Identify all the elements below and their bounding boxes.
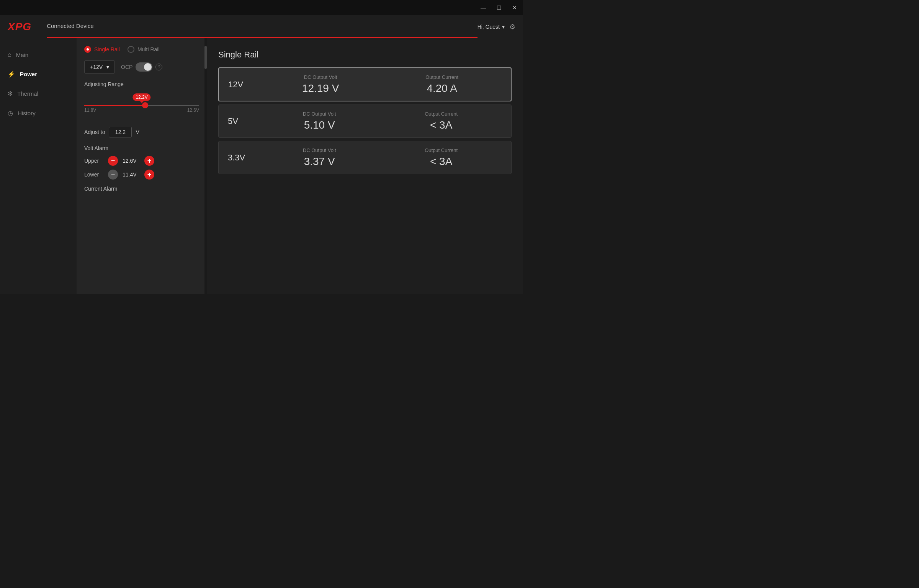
header: XPG Connected Device Hi, Guest ▾ ⚙ [0,15,523,38]
upper-plus-button[interactable]: + [144,156,154,166]
nav-title: Connected Device [47,15,477,38]
card-5v-readings: DC Output Volt 5.10 V Output Current < 3… [258,111,502,131]
window-controls: — ☐ ✕ [477,3,520,12]
main-layout: ⌂ Main ⚡ Power ✻ Thermal ◷ History Singl… [0,38,523,294]
title-bar: — ☐ ✕ [0,0,523,15]
right-panel: Single Rail 12V DC Output Volt 12.19 V O… [207,38,523,294]
single-rail-option[interactable]: Single Rail [84,46,120,53]
sidebar-item-thermal[interactable]: ✻ Thermal [0,85,77,103]
card-3v3-readings: DC Output Volt 3.37 V Output Current < 3… [258,147,502,168]
upper-value: 12.6V [123,158,140,164]
upper-label: Upper [84,158,103,164]
ocp-switch[interactable] [136,62,152,72]
card-5v-current: Output Current < 3A [425,111,458,131]
lower-minus-button[interactable]: − [108,170,118,180]
sidebar-item-main[interactable]: ⌂ Main [0,46,77,64]
slider-tooltip: 12.2V [132,93,150,101]
multi-rail-label: Multi Rail [137,46,160,52]
power-icon: ⚡ [8,70,15,78]
ocp-help-icon[interactable]: ? [155,64,162,70]
thermal-icon: ✻ [8,90,13,97]
sidebar-item-label-main: Main [16,52,29,58]
card-3v3-dc-volt-value: 3.37 V [304,155,335,168]
voltage-card-3v3: 3.3V DC Output Volt 3.37 V Output Curren… [218,141,512,174]
card-12v-readings: DC Output Volt 12.19 V Output Current 4.… [259,74,502,95]
adjust-to-label: Adjust to [84,129,105,135]
adjust-to-unit: V [136,129,139,135]
card-3v3-current-value: < 3A [430,155,452,168]
content-panel: Single Rail Multi Rail +12V ▾ OCP ? [77,38,207,294]
card-5v-current-title: Output Current [425,111,458,117]
slider-fill [84,105,145,106]
voltage-dropdown[interactable]: +12V ▾ [84,60,115,74]
current-alarm-title: Current Alarm [84,186,199,192]
home-icon: ⌂ [8,51,11,58]
sidebar-item-label-thermal: Thermal [17,90,38,97]
card-12v-label: 12V [228,80,259,90]
volt-alarm-title: Volt Alarm [84,145,199,151]
multi-rail-radio[interactable] [128,46,134,53]
card-3v3-current-title: Output Current [425,147,458,153]
card-5v-dc-volt-value: 5.10 V [304,119,335,131]
card-5v-dc-volt: DC Output Volt 5.10 V [303,111,336,131]
logo-text: XPG [8,21,31,33]
card-5v-dc-volt-title: DC Output Volt [303,111,336,117]
scrollbar-thumb[interactable] [204,46,207,69]
lower-label: Lower [84,172,103,178]
card-12v-dc-volt-title: DC Output Volt [304,74,337,80]
voltage-card-5v: 5V DC Output Volt 5.10 V Output Current … [218,105,512,138]
card-3v3-current: Output Current < 3A [425,147,458,168]
history-icon: ◷ [8,109,13,117]
slider-min-label: 11.8V [84,108,96,113]
single-rail-label: Single Rail [94,46,120,52]
panel-title: Single Rail [218,50,512,60]
ocp-label: OCP [121,64,132,70]
lower-plus-button[interactable]: + [144,170,154,180]
current-alarm-section: Current Alarm [84,186,199,192]
card-5v-current-value: < 3A [430,119,452,131]
slider-labels: 11.8V 12.6V [84,108,199,113]
scrollbar-track[interactable] [204,38,207,294]
user-label[interactable]: Hi, Guest ▾ [477,24,505,30]
volt-alarm-section: Volt Alarm Upper − 12.6V + Lower − 11.4V… [84,145,199,180]
slider-max-label: 12.6V [187,108,199,113]
card-12v-dc-volt-value: 12.19 V [302,82,339,95]
sidebar: ⌂ Main ⚡ Power ✻ Thermal ◷ History [0,38,77,294]
card-12v-current-value: 4.20 A [427,82,457,95]
card-3v3-dc-volt: DC Output Volt 3.37 V [303,147,336,168]
card-12v-current-title: Output Current [425,74,458,80]
card-5v-label: 5V [228,116,258,126]
single-rail-radio[interactable] [84,46,91,53]
adjusting-range-title: Adjusting Range [84,81,199,87]
header-right: Hi, Guest ▾ ⚙ [477,23,515,31]
slider-container: 12.2V 11.8V 12.6V [84,93,199,121]
user-name: Hi, Guest [477,24,500,30]
dropdown-value: +12V [90,64,103,70]
rail-toggle: Single Rail Multi Rail [84,46,199,53]
card-12v-current: Output Current 4.20 A [425,74,458,95]
sidebar-item-label-history: History [18,110,36,116]
card-12v-dc-volt: DC Output Volt 12.19 V [302,74,339,95]
adjust-to-row: Adjust to V [84,127,199,137]
minimize-button[interactable]: — [477,3,489,12]
multi-rail-option[interactable]: Multi Rail [128,46,160,53]
upper-minus-button[interactable]: − [108,156,118,166]
card-3v3-label: 3.3V [228,153,258,163]
sidebar-item-label-power: Power [20,71,37,77]
voltage-cards: 12V DC Output Volt 12.19 V Output Curren… [218,67,512,174]
adjust-to-input[interactable] [109,127,132,137]
logo: XPG [8,21,31,33]
slider-track[interactable] [84,105,199,106]
adjusting-range-section: Adjusting Range 12.2V 11.8V 12.6V [84,81,199,121]
sidebar-item-history[interactable]: ◷ History [0,104,77,122]
user-dropdown-arrow[interactable]: ▾ [502,24,505,30]
volt-alarm-upper-row: Upper − 12.6V + [84,156,199,166]
close-button[interactable]: ✕ [509,3,520,12]
maximize-button[interactable]: ☐ [494,3,505,12]
dropdown-row: +12V ▾ OCP ? [84,60,199,74]
card-3v3-dc-volt-title: DC Output Volt [303,147,336,153]
slider-thumb[interactable] [142,102,148,108]
settings-icon[interactable]: ⚙ [509,23,515,31]
sidebar-item-power[interactable]: ⚡ Power [0,65,77,83]
ocp-thumb [144,63,152,71]
